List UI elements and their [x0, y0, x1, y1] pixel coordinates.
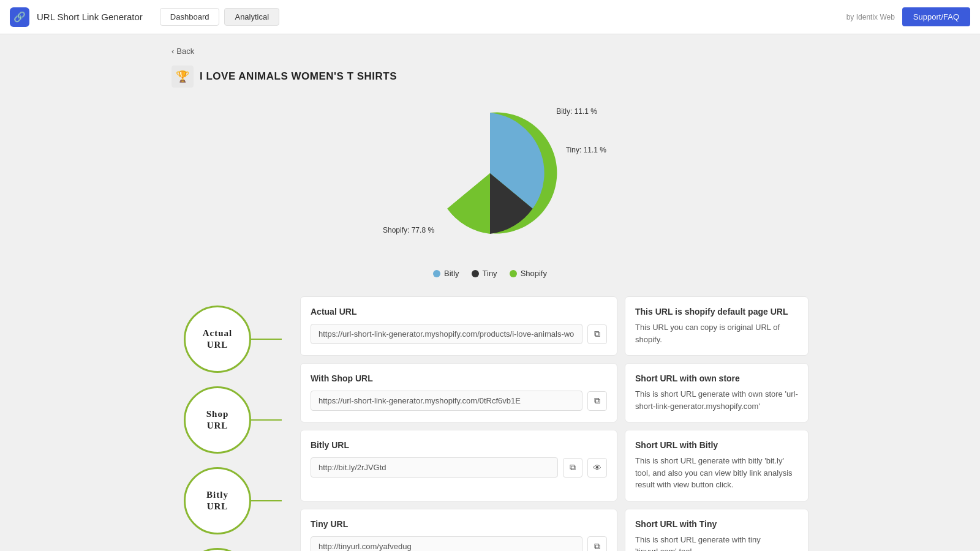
bubble-connector-2	[248, 411, 282, 429]
shop-url-info-desc: This is short URL generate with own stor…	[635, 388, 798, 412]
bitly-url-info-desc: This is short URL generate with bitly 'b…	[635, 455, 798, 491]
cards-column: Actual URL ⧉ This URL is shopify default…	[294, 296, 809, 551]
main-content: ActualURL ShopURL BitlyURL	[172, 296, 809, 551]
dashboard-button[interactable]: Dashboard	[160, 8, 220, 26]
chart-area: Bitly: 11.1 % Tiny: 11.1 % Shopify: 77.8…	[172, 100, 809, 278]
product-icon: 🏆	[172, 66, 194, 88]
bitly-url-info-title: Short URL with Bitly	[635, 440, 798, 450]
shop-url-input[interactable]	[311, 391, 582, 411]
app-icon: 🔗	[10, 7, 29, 27]
actual-url-input[interactable]	[311, 324, 582, 344]
tiny-url-info-title: Short URL with Tiny	[635, 519, 798, 529]
card-row-2: With Shop URL ⧉ Short URL with own store…	[300, 363, 809, 422]
tiny-url-input[interactable]	[311, 536, 582, 552]
app-title: URL Short Link Generator	[37, 12, 143, 22]
by-text: by Identix Web	[846, 13, 895, 21]
bitly-url-label: Bitly URL	[311, 440, 607, 450]
shopify-dot	[510, 270, 517, 277]
bitly-url-bubble: BitlyURL	[184, 467, 251, 534]
header-left: 🔗 URL Short Link Generator Dashboard Ana…	[10, 7, 279, 27]
shop-url-bubble-wrapper: ShopURL	[184, 383, 282, 457]
back-label: Back	[176, 47, 194, 56]
actual-url-info-card: This URL is shopify default page URL Thi…	[625, 296, 809, 356]
actual-url-bubble-wrapper: ActualURL	[184, 302, 282, 376]
nav-buttons: Dashboard Analytical	[160, 8, 279, 26]
card-row-4: Tiny URL ⧉ Short URL with Tiny This is s…	[300, 509, 809, 552]
analytical-button[interactable]: Analytical	[224, 8, 279, 26]
back-chevron: ‹	[172, 47, 174, 56]
bitly-url-input-row: ⧉ 👁	[311, 457, 607, 478]
tiny-url-label: Tiny URL	[311, 519, 607, 529]
shop-url-info-title: Short URL with own store	[635, 373, 798, 383]
tiny-url-bubble: TinyURL	[184, 548, 251, 551]
bitly-url-view-button[interactable]: 👁	[587, 458, 607, 478]
shop-url-info-card: Short URL with own store This is short U…	[625, 363, 809, 422]
shop-url-card: With Shop URL ⧉	[300, 363, 617, 422]
legend-shopify-label: Shopify	[521, 269, 547, 278]
page-content: ‹ Back 🏆 I LOVE ANIMALS WOMEN'S T SHIRTS…	[153, 34, 827, 551]
bubble-connector-1	[248, 330, 282, 348]
support-button[interactable]: Support/FAQ	[902, 7, 970, 26]
tiny-url-input-row: ⧉	[311, 536, 607, 552]
card-row-3: Bitly URL ⧉ 👁 Short URL with Bitly This …	[300, 430, 809, 501]
shopify-label: Shopify: 77.8 %	[383, 226, 434, 234]
card-row-1: Actual URL ⧉ This URL is shopify default…	[300, 296, 809, 356]
tiny-url-info-desc: This is short URL generate with tiny 'ti…	[635, 534, 798, 552]
product-title: I LOVE ANIMALS WOMEN'S T SHIRTS	[200, 70, 397, 83]
actual-url-copy-button[interactable]: ⧉	[587, 324, 607, 344]
product-title-row: 🏆 I LOVE ANIMALS WOMEN'S T SHIRTS	[172, 66, 809, 88]
tiny-label: Tiny: 11.1 %	[566, 146, 606, 154]
chart-legend: Bitly Tiny Shopify	[433, 269, 547, 278]
actual-url-bubble: ActualURL	[184, 305, 251, 373]
bitly-url-card: Bitly URL ⧉ 👁	[300, 430, 617, 501]
bitly-url-bubble-wrapper: BitlyURL	[184, 464, 282, 538]
legend-tiny: Tiny	[472, 269, 497, 278]
bitly-url-input[interactable]	[311, 457, 558, 478]
legend-shopify: Shopify	[510, 269, 547, 278]
bitly-url-copy-button[interactable]: ⧉	[563, 458, 582, 478]
shop-url-label: With Shop URL	[311, 373, 607, 383]
bitly-url-info-card: Short URL with Bitly This is short URL g…	[625, 430, 809, 501]
tiny-dot	[472, 270, 479, 277]
pie-chart	[423, 106, 557, 241]
shop-url-input-row: ⧉	[311, 391, 607, 411]
legend-bitly: Bitly	[433, 269, 459, 278]
pie-wrapper: Bitly: 11.1 % Tiny: 11.1 % Shopify: 77.8…	[383, 100, 597, 259]
bitly-label: Bitly: 11.1 %	[556, 107, 597, 116]
legend-bitly-label: Bitly	[444, 269, 459, 278]
shop-url-copy-button[interactable]: ⧉	[587, 391, 607, 411]
shop-url-bubble: ShopURL	[184, 386, 251, 454]
tiny-url-card: Tiny URL ⧉	[300, 509, 617, 552]
header-right: by Identix Web Support/FAQ	[846, 7, 970, 26]
actual-url-info-title: This URL is shopify default page URL	[635, 307, 798, 317]
bubbles-column: ActualURL ShopURL BitlyURL	[172, 296, 294, 551]
app-header: 🔗 URL Short Link Generator Dashboard Ana…	[0, 0, 980, 34]
actual-url-label: Actual URL	[311, 307, 607, 317]
tiny-url-bubble-wrapper: TinyURL	[184, 545, 282, 551]
legend-tiny-label: Tiny	[483, 269, 497, 278]
back-link[interactable]: ‹ Back	[172, 47, 809, 56]
tiny-url-info-card: Short URL with Tiny This is short URL ge…	[625, 509, 809, 552]
actual-url-card: Actual URL ⧉	[300, 296, 617, 356]
bubble-connector-3	[248, 492, 282, 510]
bitly-dot	[433, 270, 440, 277]
tiny-url-copy-button[interactable]: ⧉	[587, 536, 607, 551]
actual-url-input-row: ⧉	[311, 324, 607, 344]
actual-url-info-desc: This URL you can copy is original URL of…	[635, 321, 798, 345]
